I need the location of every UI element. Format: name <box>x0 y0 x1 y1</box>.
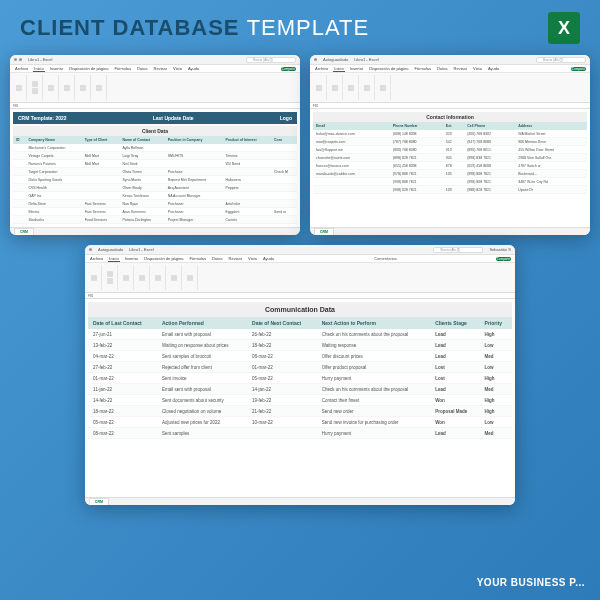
styles-icon[interactable] <box>380 85 386 91</box>
cell[interactable]: Oliver Brady <box>119 184 164 192</box>
column-header[interactable]: Name of Contact <box>119 136 164 144</box>
cell[interactable]: francca@tassca.com <box>313 162 390 170</box>
sheet-tab-crm[interactable]: CRM <box>14 228 34 235</box>
table-row[interactable]: 01-mar-22Sent invoice05-mar-22Hurry paym… <box>88 373 512 384</box>
cell[interactable]: Dicks Sporting Goods <box>25 176 81 184</box>
table-row[interactable]: Target CorporationOlivia TorresPurchaseC… <box>13 168 297 176</box>
table-row[interactable]: 14-feb-22Sent documents about security19… <box>88 395 512 406</box>
window-control-icon[interactable] <box>14 58 17 61</box>
cell[interactable] <box>13 208 25 216</box>
ribbon-cells[interactable] <box>167 265 182 290</box>
cell[interactable]: Kenzo Tomlinson <box>119 192 164 200</box>
cell[interactable]: 13-feb-22 <box>88 340 157 351</box>
table-row[interactable]: 05-mar-22Adjusted new prices for 202210-… <box>88 417 512 428</box>
cell[interactable] <box>271 184 297 192</box>
cell[interactable]: Won <box>430 395 479 406</box>
menu-inicio[interactable]: Inicio <box>333 66 344 72</box>
menu-revisar[interactable]: Revisar <box>453 66 469 71</box>
cell[interactable]: Neil Stark <box>119 160 164 168</box>
ribbon-editing[interactable] <box>183 265 198 290</box>
cell[interactable]: 14-jan-22 <box>247 384 317 395</box>
ribbon-styles[interactable] <box>376 75 391 100</box>
cell[interactable]: 05-mar-22 <box>247 373 317 384</box>
sheet-tab-crm[interactable]: CRM <box>89 498 109 505</box>
cell[interactable]: Upase Dr <box>515 186 587 194</box>
cell[interactable]: 27-jun-21 <box>88 329 157 340</box>
cell[interactable]: WA Market Street <box>515 130 587 138</box>
cell[interactable] <box>165 160 223 168</box>
cell[interactable]: Electra <box>25 208 81 216</box>
cell[interactable]: Med <box>480 428 512 439</box>
table-row[interactable]: 27-jun-21Email sent with proposal26-feb-… <box>88 329 512 340</box>
table-row[interactable]: (998) 028 7821109(988) 828 7821Upase Dr <box>313 186 587 194</box>
sheet-area[interactable]: Communication Data Date of Last ContactA… <box>85 299 515 497</box>
cell[interactable]: 455 Willow Door Street <box>515 146 587 154</box>
sort-icon[interactable] <box>187 275 193 281</box>
menu-formulas[interactable]: Fórmulas <box>188 256 207 261</box>
table-row[interactable]: 04-mar-22Sent samples of broccoli08-mar-… <box>88 351 512 362</box>
cell[interactable]: Mackarne's Corporation <box>25 144 81 152</box>
cell[interactable] <box>13 184 25 192</box>
cell[interactable]: Waiting on response about prices <box>157 340 247 351</box>
cell[interactable]: (898) 828 7821 <box>390 154 443 162</box>
cell[interactable]: (988) 828 7821 <box>464 186 515 194</box>
cell[interactable]: Luigi Gray <box>119 152 164 160</box>
table-row[interactable]: 11-jan-22Email sent with proposal14-jan-… <box>88 384 512 395</box>
font-icon[interactable] <box>332 85 338 91</box>
window-control-icon[interactable] <box>314 58 317 61</box>
cell[interactable]: Won <box>430 417 479 428</box>
cell[interactable]: 18-mar-22 <box>88 406 157 417</box>
paste-icon[interactable] <box>91 275 97 281</box>
menu-revisar[interactable]: Revisar <box>228 256 244 261</box>
cell[interactable]: Mall Mart <box>82 152 120 160</box>
cell[interactable]: Lead <box>430 384 479 395</box>
bold-icon[interactable] <box>107 278 113 284</box>
ribbon-number[interactable] <box>135 265 150 290</box>
cell[interactable]: Lost <box>430 373 479 384</box>
cell[interactable] <box>271 152 297 160</box>
cell[interactable] <box>82 192 120 200</box>
cell[interactable] <box>13 160 25 168</box>
table-row[interactable]: Delta StoreFast ServicesNoa RyanPurchase… <box>13 200 297 208</box>
cell[interactable]: Purchase <box>165 168 223 176</box>
cell[interactable]: Represt Met Department <box>165 176 223 184</box>
cell[interactable]: High <box>480 406 512 417</box>
communication-data-table[interactable]: Date of Last ContactAction PerformedDate… <box>88 317 512 439</box>
table-row[interactable]: Dicks Sporting GoodsSyna MartinReprest M… <box>13 176 297 184</box>
bold-icon[interactable] <box>32 88 38 94</box>
menu-insertar[interactable]: Insertar <box>349 66 365 71</box>
cell[interactable]: Lead <box>430 329 479 340</box>
cell[interactable]: (659) 458 8008 <box>464 162 515 170</box>
cell[interactable]: Med <box>480 351 512 362</box>
cell[interactable]: Fast Services <box>82 208 120 216</box>
cell[interactable]: Low <box>480 417 512 428</box>
cell[interactable] <box>223 192 272 200</box>
ribbon-clipboard[interactable] <box>12 75 27 100</box>
share-button[interactable]: Compartir <box>281 67 296 71</box>
search-input[interactable]: Buscar (Alt+Q) <box>246 57 296 63</box>
cell[interactable]: 3487 W-ter City Rd <box>515 178 587 186</box>
cell[interactable] <box>13 144 25 152</box>
cell[interactable]: Email sent with proposal <box>157 329 247 340</box>
cell[interactable] <box>82 184 120 192</box>
cell[interactable] <box>271 192 297 200</box>
cell[interactable]: 910 <box>443 146 464 154</box>
sheet-area[interactable]: Contact Information EmailPhone NumberExt… <box>310 109 590 227</box>
cell[interactable]: Send new invoice for purchasing order <box>317 417 431 428</box>
styles-icon[interactable] <box>155 275 161 281</box>
menu-archivo[interactable]: Archivo <box>14 66 29 71</box>
table-row[interactable]: Vintage CarpetsMall MartLuigi GraySMUHIT… <box>13 152 297 160</box>
column-header[interactable]: Priority <box>480 317 512 329</box>
menu-insertar[interactable]: Insertar <box>124 256 140 261</box>
column-header[interactable]: Action Performed <box>157 317 247 329</box>
cell[interactable]: 08-mar-22 <box>88 428 157 439</box>
cell[interactable]: Hurry payment <box>317 373 431 384</box>
table-row[interactable]: 08-mar-22Sent samplesHurry paymentLeadMe… <box>88 428 512 439</box>
table-row[interactable]: francca@tassca.com(655) 458 8008878(659)… <box>313 162 587 170</box>
cell[interactable]: Waiting response <box>317 340 431 351</box>
cell[interactable]: Lead <box>430 351 479 362</box>
ribbon-align[interactable] <box>119 265 134 290</box>
cell[interactable]: 19-feb-22 <box>247 395 317 406</box>
cell[interactable]: Fast Services <box>82 200 120 208</box>
cell[interactable]: (998) 808 7821 <box>464 170 515 178</box>
